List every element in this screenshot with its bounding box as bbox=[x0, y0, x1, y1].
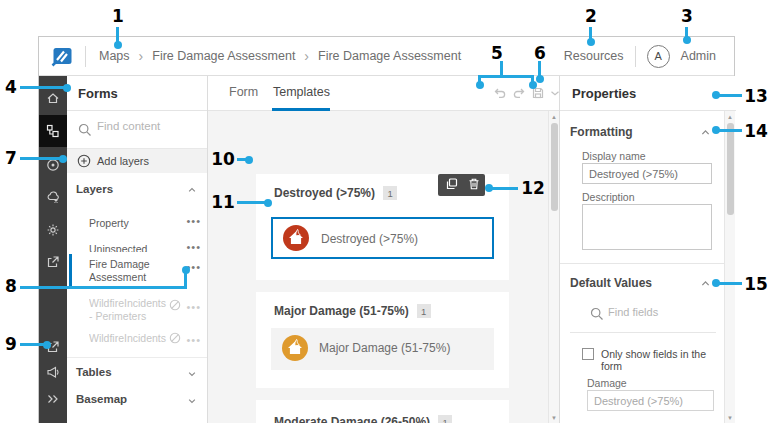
template-card-destroyed[interactable]: Destroyed (>75%) bbox=[271, 217, 494, 259]
avatar[interactable]: A bbox=[647, 45, 670, 68]
user-menu[interactable]: Admin bbox=[681, 49, 716, 63]
properties-panel: Properties Formatting Display name Descr… bbox=[559, 76, 736, 423]
description-textarea[interactable] bbox=[582, 204, 712, 250]
sidebar-forms-button[interactable] bbox=[45, 123, 61, 139]
breadcrumb: Maps › Fire Damage Assessment › Fire Dam… bbox=[99, 37, 461, 75]
undo-icon bbox=[492, 85, 508, 101]
breadcrumb-map-name[interactable]: Fire Damage Assessment bbox=[152, 49, 295, 63]
selected-layer-indicator bbox=[69, 254, 72, 288]
header-divider bbox=[85, 46, 86, 67]
layer-item-fire-damage-assessment[interactable]: Fire Damage Assessment ••• bbox=[67, 252, 207, 290]
add-layers-button[interactable]: Add layers bbox=[67, 149, 207, 173]
avatar-initial: A bbox=[654, 50, 661, 62]
find-content-input[interactable] bbox=[97, 120, 197, 132]
layer-overflow-menu-button[interactable]: ••• bbox=[186, 215, 201, 227]
layers-section-header[interactable]: Layers bbox=[67, 179, 207, 201]
home-icon bbox=[45, 90, 61, 106]
template-group-title: Major Damage (51-75%) bbox=[274, 304, 409, 318]
sidebar-geofence-button[interactable] bbox=[45, 157, 61, 173]
only-show-fields-checkbox[interactable] bbox=[582, 348, 594, 360]
sidebar-expand-button[interactable] bbox=[45, 391, 61, 407]
scroll-up-arrow[interactable]: ▲ bbox=[725, 113, 735, 121]
prohibited-icon bbox=[169, 299, 181, 311]
sidebar-settings-button[interactable] bbox=[45, 222, 61, 238]
scroll-up-arrow[interactable]: ▲ bbox=[549, 113, 559, 121]
save-button[interactable] bbox=[529, 85, 547, 103]
template-card-label: Destroyed (>75%) bbox=[321, 232, 418, 246]
properties-panel-header: Properties bbox=[560, 76, 736, 111]
sidebar-feedback-button[interactable] bbox=[45, 364, 61, 380]
properties-scrollbar[interactable]: ▲ ▼ bbox=[724, 111, 735, 423]
formatting-collapse-button[interactable] bbox=[698, 126, 712, 140]
callout-9: 9 bbox=[3, 334, 19, 354]
display-name-input[interactable] bbox=[582, 163, 712, 184]
resources-link[interactable]: Resources bbox=[564, 49, 624, 63]
sidebar-offline-button[interactable] bbox=[45, 189, 61, 205]
layer-item-wildfire-incidents[interactable]: WildfireIncidents ••• bbox=[67, 326, 207, 350]
sidebar-launch-button[interactable] bbox=[45, 339, 61, 355]
scroll-down-arrow[interactable]: ▼ bbox=[725, 414, 735, 422]
forms-panel-header: Forms bbox=[67, 76, 207, 111]
layer-overflow-menu-button[interactable]: ••• bbox=[186, 301, 201, 313]
layer-label: Fire Damage Assessment bbox=[89, 258, 167, 285]
sidebar-rail bbox=[39, 76, 67, 423]
display-name-label: Display name bbox=[582, 150, 646, 162]
delete-template-button[interactable] bbox=[465, 176, 483, 194]
templates-scrollbar[interactable]: ▲ ▼ bbox=[548, 111, 559, 423]
basemap-section-header[interactable]: Basemap bbox=[67, 385, 207, 411]
template-card-label: Major Damage (51-75%) bbox=[319, 341, 450, 355]
app-logo-icon bbox=[51, 45, 75, 69]
damage-default-value-input[interactable] bbox=[587, 390, 714, 411]
destroyed-symbol-icon bbox=[283, 225, 309, 251]
template-group-header: Destroyed (>75%) 1 bbox=[274, 186, 397, 200]
callout-2: 2 bbox=[583, 6, 599, 26]
template-count-badge: 1 bbox=[417, 304, 431, 318]
template-group-title: Moderate Damage (26-50%) bbox=[274, 415, 430, 423]
callout-8: 8 bbox=[3, 276, 19, 296]
chevron-down-icon bbox=[187, 369, 197, 379]
layer-overflow-menu-button[interactable]: ••• bbox=[186, 261, 201, 273]
scroll-down-arrow[interactable]: ▼ bbox=[549, 414, 559, 422]
template-group-moderate: Moderate Damage (26-50%) 1 Moderate Dama… bbox=[256, 400, 509, 423]
app-header: Maps › Fire Damage Assessment › Fire Dam… bbox=[39, 37, 734, 76]
duplicate-icon bbox=[445, 177, 459, 191]
forms-icon bbox=[45, 123, 61, 139]
chevron-up-icon bbox=[700, 127, 711, 138]
scrollbar-thumb[interactable] bbox=[727, 123, 734, 215]
scrollbar-thumb[interactable] bbox=[551, 123, 558, 211]
formatting-section-title: Formatting bbox=[570, 125, 633, 139]
delete-icon bbox=[467, 177, 481, 191]
tab-form[interactable]: Form bbox=[229, 85, 258, 99]
redo-button[interactable] bbox=[510, 85, 528, 103]
template-count-badge: 1 bbox=[438, 415, 452, 423]
sidebar-share-button[interactable] bbox=[45, 254, 61, 270]
template-group-major: Major Damage (51-75%) 1 Major Damage (51… bbox=[256, 292, 509, 388]
expand-double-chevron-icon bbox=[45, 391, 61, 407]
tables-section-title: Tables bbox=[76, 366, 112, 378]
add-layers-label: Add layers bbox=[97, 155, 149, 167]
breadcrumb-maps[interactable]: Maps bbox=[99, 49, 130, 63]
template-card-major[interactable]: Major Damage (51-75%) bbox=[271, 328, 494, 370]
layer-item-wildfire-perimeters[interactable]: WildfireIncidents - Perimeters ••• bbox=[67, 294, 207, 328]
tab-templates[interactable]: Templates bbox=[273, 85, 330, 99]
tables-section-header[interactable]: Tables bbox=[67, 357, 207, 383]
templates-panel: Form Templates bbox=[208, 76, 559, 423]
callout-7: 7 bbox=[3, 148, 19, 168]
redo-icon bbox=[511, 85, 527, 101]
undo-button[interactable] bbox=[491, 85, 509, 103]
chevron-up-icon bbox=[187, 185, 197, 195]
layer-item-property[interactable]: Property ••• bbox=[67, 212, 207, 236]
find-fields-input[interactable] bbox=[608, 306, 708, 318]
duplicate-template-button[interactable] bbox=[443, 176, 461, 194]
default-values-collapse-button[interactable] bbox=[698, 277, 712, 291]
layer-overflow-menu-button[interactable]: ••• bbox=[186, 334, 201, 346]
offline-cloud-icon bbox=[45, 189, 61, 205]
template-group-header: Moderate Damage (26-50%) 1 bbox=[274, 415, 452, 423]
screenshot-canvas: Maps › Fire Damage Assessment › Fire Dam… bbox=[0, 0, 773, 423]
forms-panel-title: Forms bbox=[78, 86, 118, 101]
damage-field-label: Damage bbox=[587, 377, 627, 389]
sidebar-home-button[interactable] bbox=[45, 90, 61, 106]
template-count-badge: 1 bbox=[383, 186, 397, 200]
basemap-section-title: Basemap bbox=[76, 393, 127, 405]
properties-panel-title: Properties bbox=[572, 86, 636, 101]
